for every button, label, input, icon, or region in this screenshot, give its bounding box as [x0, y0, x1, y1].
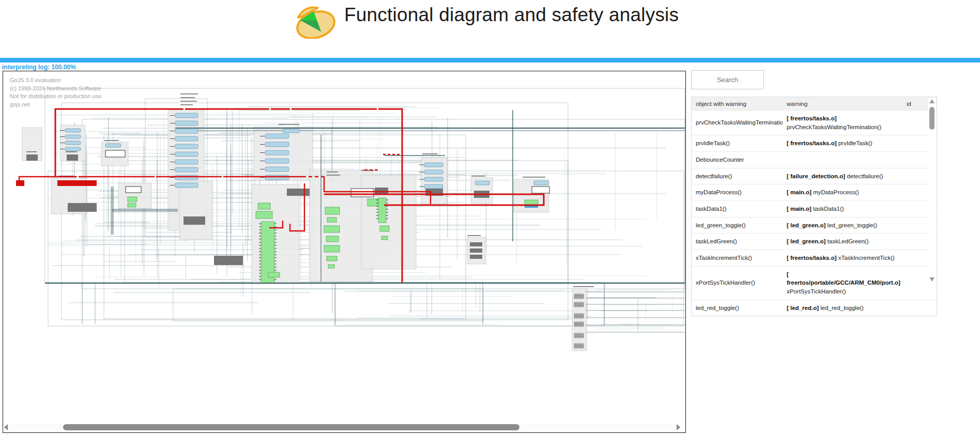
module-node-dark	[214, 256, 243, 265]
cell-warning[interactable]: [ led_red.o] led_red_toggle()	[783, 300, 902, 316]
cell-object[interactable]: prvCheckTasksWaitingTermination()	[692, 111, 783, 135]
cell-warning[interactable]: [ failure_detection.o] detectfailure()	[783, 168, 902, 184]
table-row[interactable]: DebounceCounter	[692, 152, 937, 168]
collapsed-node	[574, 333, 584, 338]
function-node-blue	[265, 142, 289, 147]
link-gap	[77, 175, 79, 179]
cell-object[interactable]: prvIdleTask()	[692, 135, 783, 152]
module-node-dark	[67, 154, 78, 161]
function-node-blue	[265, 175, 289, 180]
gojs-watermark: GoJS 3.0 evaluation	[10, 77, 61, 83]
table-row[interactable]: led_green_toggle()[ led_green.o] led_gre…	[692, 217, 937, 234]
cell-warning[interactable]: [ main.o] myDataProcess()	[783, 184, 902, 201]
link-gap	[377, 107, 378, 111]
function-node-blue	[424, 184, 443, 189]
cell-object[interactable]: led_red_toggle()	[692, 300, 783, 316]
function-node-green	[268, 272, 280, 277]
memory-node-white	[126, 187, 141, 193]
function-node-green	[381, 236, 388, 240]
table-scrollbar-thumb[interactable]	[929, 107, 935, 130]
table-row[interactable]: myDataProcess()[ main.o] myDataProcess()	[692, 184, 937, 201]
search-input[interactable]	[691, 70, 764, 89]
memory-node-white	[351, 189, 374, 197]
pistachio-icon	[290, 4, 338, 39]
cell-object[interactable]: detectfailure()	[692, 168, 783, 184]
function-node-blue	[65, 129, 81, 132]
node-caption-mark	[104, 140, 119, 141]
module-node-dark	[470, 242, 482, 246]
function-node-blue	[265, 150, 289, 155]
scroll-down-icon[interactable]	[929, 277, 935, 282]
collapsed-node	[574, 322, 584, 327]
cell-object[interactable]: myDataProcess()	[692, 184, 783, 201]
cell-warning[interactable]: [ freertos/tasks.o] xTaskIncrementTick()	[783, 250, 902, 267]
table-header-row: object with warning warning id	[692, 97, 937, 111]
module-node-dark	[470, 248, 482, 253]
cell-object[interactable]: taskData1()	[692, 201, 783, 218]
memory-node-white	[532, 187, 549, 193]
progress-label: interpreting log: 100.00%	[2, 64, 76, 71]
function-node-blue	[283, 129, 299, 133]
column-header-warning[interactable]: warning	[783, 97, 902, 111]
cell-object[interactable]: led_green_toggle()	[692, 217, 783, 234]
table-row[interactable]: prvCheckTasksWaitingTermination()[ freer…	[692, 111, 937, 135]
diagram-group-node	[252, 184, 299, 284]
cell-warning[interactable]: [ freertos/portable/GCC/ARM_CM0/port.o]x…	[783, 266, 902, 300]
module-node-dark	[26, 154, 38, 161]
node-caption-mark	[467, 235, 481, 236]
function-node-blue	[175, 160, 198, 164]
link-gap	[155, 175, 156, 179]
function-node-blue	[175, 121, 198, 126]
cell-object[interactable]: xPortSysTickHandler()	[692, 266, 783, 300]
cell-warning[interactable]: [ freertos/tasks.o] prvIdleTask()	[783, 135, 902, 152]
function-node-green	[380, 226, 389, 231]
node-caption-mark	[180, 101, 197, 102]
function-node-blue	[475, 181, 489, 185]
page-title: Functional diagram and safety analysis	[344, 4, 679, 26]
function-node-blue	[175, 183, 198, 188]
link-gap	[222, 175, 223, 179]
node-caption-mark	[66, 151, 77, 152]
function-node-blue	[265, 167, 289, 172]
function-node-green	[258, 203, 270, 209]
node-caption-mark	[523, 177, 545, 178]
function-node-green	[324, 245, 340, 252]
cell-warning[interactable]	[783, 152, 902, 168]
cell-warning[interactable]: [ led_green.o] led_green_toggle()	[783, 217, 902, 234]
functional-diagram[interactable]: GoJS 3.0 evaluation(c) 1998-2024 Northwo…	[3, 71, 685, 432]
table-row[interactable]: detectfailure()[ failure_detection.o] de…	[692, 168, 937, 184]
table-row[interactable]: xTaskIncrementTick()[ freertos/tasks.o] …	[692, 250, 937, 267]
cell-id[interactable]	[902, 300, 937, 316]
table-row[interactable]: prvIdleTask()[ freertos/tasks.o] prvIdle…	[692, 135, 937, 152]
node-caption-mark	[471, 176, 485, 177]
cell-warning[interactable]: [ main.o] taskData1()	[783, 201, 902, 218]
cell-object[interactable]: DebounceCounter	[692, 152, 783, 168]
function-node-blue	[65, 141, 81, 145]
table-row[interactable]: taskLedGreen()[ led_green.o] taskLedGree…	[692, 234, 937, 250]
table-row[interactable]: taskData1()[ main.o] taskData1()	[692, 201, 937, 218]
function-node-green	[256, 211, 272, 219]
highlighted-node-red	[16, 180, 24, 186]
diagram-group-node	[179, 181, 212, 239]
diagram-canvas[interactable]: GoJS 3.0 evaluation(c) 1998-2024 Northwo…	[3, 71, 686, 433]
highlighted-node-red	[57, 180, 97, 186]
column-header-object[interactable]: object with warning	[692, 97, 783, 111]
node-caption-mark	[180, 94, 198, 95]
node-caption-mark	[180, 97, 195, 98]
function-node-blue	[265, 159, 289, 163]
function-node-blue	[175, 152, 198, 157]
collapsed-node	[574, 314, 584, 318]
table-row[interactable]: led_red_toggle()[ led_red.o] led_red_tog…	[692, 300, 937, 316]
h-scrollbar-thumb[interactable]	[63, 424, 519, 430]
link-gap	[515, 107, 517, 111]
function-node-green	[325, 207, 340, 214]
cell-warning[interactable]: [ freertos/tasks.o]prvCheckTasksWaitingT…	[783, 111, 902, 135]
cell-warning[interactable]: [ led_green.o] taskLedGreen()	[783, 234, 902, 250]
function-node-green	[378, 198, 386, 223]
node-caption-mark	[26, 151, 37, 152]
scroll-up-icon[interactable]	[929, 99, 935, 103]
cell-object[interactable]: xTaskIncrementTick()	[692, 250, 783, 267]
table-row[interactable]: xPortSysTickHandler()[ freertos/portable…	[692, 266, 937, 300]
cell-object[interactable]: taskLedGreen()	[692, 234, 783, 250]
function-node-blue	[175, 175, 198, 180]
